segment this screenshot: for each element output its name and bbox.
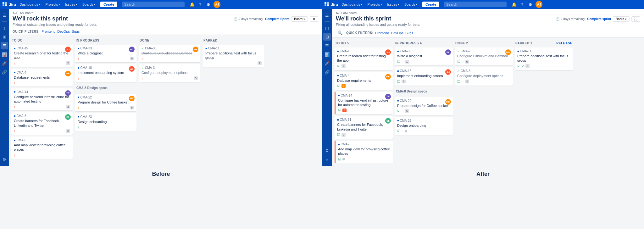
nav-boards[interactable]: Boards▾ [81, 2, 97, 7]
card-cma5[interactable]: ■ CMA-5 Add map view for browsing coffee… [11, 137, 73, 159]
card-id: ■ CMA-23 [397, 119, 450, 122]
card-title: Create research brief for testing the ap… [14, 51, 70, 60]
filter-devops[interactable]: DevOps [57, 30, 70, 33]
card-cma11-after[interactable]: ■ CMA-11 Prepare additional test with fo… [515, 47, 573, 70]
filter-frontend[interactable]: Frontend [42, 30, 55, 33]
sidebar-releases-icon-after[interactable]: 🚀 [323, 59, 331, 67]
sidebar-roadmap-icon[interactable]: ◫ [1, 24, 8, 32]
card-title: Implement onboarding system [78, 70, 134, 75]
card-cma14-after[interactable]: ■ CMA-14 Configure backend infrastructur… [335, 92, 393, 114]
notification-icon[interactable]: 🔔 [189, 1, 195, 8]
card-cma2-after[interactable]: ✓ CMA-2 Configure Bitbucket and Bamboo M… [455, 47, 513, 65]
sidebar-issues-icon[interactable]: 🔗 [1, 68, 8, 76]
nav-boards-after[interactable]: Boards▾ [403, 2, 419, 7]
search-input-after[interactable] [444, 2, 507, 7]
help-icon[interactable]: ? [197, 1, 203, 8]
create-button[interactable]: Create [100, 2, 117, 7]
board-view-btn[interactable]: Board ▾ [291, 16, 308, 22]
card-cma11[interactable]: ■ CMA-11 Prepare additional test with fo… [203, 45, 264, 67]
nav-issues[interactable]: Issues▾ [64, 2, 79, 7]
search-input[interactable] [122, 2, 185, 7]
fullscreen-btn-after[interactable]: ⛶ [631, 16, 640, 22]
filter-frontend-after[interactable]: Frontend [375, 31, 389, 35]
settings-icon[interactable]: ⚙ [205, 1, 212, 8]
card-cma3-after[interactable]: ✓ CMA-3 Configure deployment options ☑ ○… [455, 67, 513, 85]
search-filter-btn[interactable]: 🔍 [336, 30, 344, 36]
settings-board-btn[interactable]: ⚙ [310, 16, 318, 22]
card-id: ■ CMA-23 [78, 115, 134, 119]
card-cma33-after[interactable]: ■ CMA-33 Write a blogpost PL ☑ ○ 1 [395, 47, 453, 65]
sidebar-reports-icon-after[interactable]: 📊 [323, 51, 331, 58]
sidebar-board-icon-after[interactable]: ⊞ [323, 33, 331, 41]
card-cma15-after[interactable]: ■ CMA-15 Create research brief for testi… [335, 47, 393, 70]
nav-projects-after[interactable]: Projects▾ [366, 2, 384, 7]
sidebar-roadmap-icon-after[interactable]: ◫ [323, 24, 331, 32]
filter-devops-after[interactable]: DevOps [391, 31, 403, 35]
card-title: Design onboarding [78, 120, 134, 124]
priority-icon: ↑ [142, 57, 143, 60]
after-panel: Jira Dashboards▾ Projects▾ Issues▾ Board… [322, 0, 644, 182]
card-cma22-after[interactable]: ■ CMA-22 Prepare design for Coffee baske… [395, 97, 453, 115]
column-todo-after: TO DO 5 ■ CMA-15 Create research brief f… [335, 40, 393, 163]
card-cma31-after[interactable]: ■ CMA-31 Create banners for Facebook, Li… [335, 116, 393, 139]
card-cma15[interactable]: ■ CMA-15 Create research brief for testi… [11, 45, 73, 67]
count-badge: 5 [465, 60, 469, 64]
column-cards-inprogress: ■ CMA-33 Write a blogpost ↑ 5 PL ■ CMA-1… [75, 45, 136, 163]
complete-sprint-btn-after[interactable]: Complete sprint [587, 17, 611, 21]
card-cma5-after[interactable]: ■ CMA-5 Add map view for browsing coffee… [335, 141, 393, 163]
help-icon-after[interactable]: ? [519, 1, 525, 8]
sidebar-settings-icon[interactable]: ⚙ [1, 156, 8, 163]
filter-bugs-after[interactable]: Bugs [405, 31, 413, 35]
card-meta: ☑ 8 [338, 108, 390, 112]
sidebar-menu-icon[interactable]: ☰ [1, 11, 8, 19]
layout-before: ☰ ◫ ⊞ ☰ 📊 🚀 🔗 ⚙ A-TEAM board We'll rock … [0, 9, 322, 166]
card-cma31[interactable]: ■ CMA-31 Create banners for Facebook, Li… [11, 112, 73, 135]
nav-dashboards-after[interactable]: Dashboards▾ [340, 2, 364, 7]
card-cma18[interactable]: ■ CMA-18 Implement onboarding system ↑ A… [75, 64, 136, 82]
sidebar-backlog-icon[interactable]: ☰ [1, 42, 8, 49]
avatar-after[interactable]: AJ [536, 1, 542, 8]
notification-icon-after[interactable]: 🔔 [511, 1, 517, 8]
card-cma23[interactable]: ■ CMA-23 Design onboarding ↓ [75, 113, 136, 131]
sidebar-reports-icon[interactable]: 📊 [1, 51, 8, 58]
check-icon: ☑ [457, 59, 460, 64]
before-label: Before [0, 166, 322, 182]
sidebar-issues-icon-after[interactable]: 🔗 [323, 68, 331, 76]
card-meta: ☑ ○ 2 [457, 80, 510, 84]
card-cma4-after[interactable]: ■ CMA-4 Datbase requirements MK ☑ 5 [335, 72, 393, 90]
nav-dashboards[interactable]: Dashboards▾ [18, 2, 42, 7]
card-cma22[interactable]: ■ CMA-22 Prepare design for Coffee baske… [75, 94, 136, 111]
card-cma23-after[interactable]: ■ CMA-23 Design onboarding ☑ ~ [395, 117, 453, 135]
avatar[interactable]: AJ [214, 1, 220, 8]
filter-bugs[interactable]: Bugs [72, 30, 80, 33]
card-cma4[interactable]: ■ CMA-4 Database requirements ↑ MK [11, 69, 73, 87]
settings-icon-after[interactable]: ⚙ [527, 1, 534, 8]
create-button-after[interactable]: Create [422, 2, 439, 7]
card-cma18-after[interactable]: ■ CMA-18 Implement onboarding screen AJ … [395, 67, 453, 85]
sidebar-settings-icon-after[interactable]: ⚙ [323, 147, 331, 154]
priority-icon: ↑ [78, 57, 80, 60]
card-cma33-done[interactable]: ✓ CMA-33 Configure Bitbucket and Bamboo … [139, 45, 200, 62]
column-cards-done-after: ✓ CMA-2 Configure Bitbucket and Bamboo M… [455, 47, 513, 163]
card-title: Configure deployment options [142, 70, 198, 75]
priority-icon: ↑ [78, 106, 80, 109]
complete-sprint-btn[interactable]: Complete Sprint [265, 17, 289, 21]
column-cards-parked-after: ■ CMA-11 Prepare additional test with fo… [515, 47, 573, 163]
board-subtitle: Fixing all outstanding issues and gettin… [13, 23, 318, 26]
sidebar-more-icon-after[interactable]: » [323, 156, 331, 163]
count-badge: 8 [342, 109, 347, 112]
card-cma3-done[interactable]: ✓ CMA-3 Configure deployment options ↑ 3 [139, 64, 200, 82]
nav-issues-after[interactable]: Issues▾ [386, 2, 401, 7]
card-meta: ☑ 2 [337, 64, 390, 68]
check-icon: ☑ [517, 64, 520, 68]
card-badge: 5 [130, 106, 134, 109]
sidebar-menu-icon-after[interactable]: ☰ [323, 11, 331, 19]
card-cma14[interactable]: ■ CMA-14 Configure backend infrastructur… [11, 88, 73, 111]
sidebar-releases-icon[interactable]: 🚀 [1, 59, 8, 67]
nav-projects[interactable]: Projects▾ [44, 2, 62, 7]
sidebar-backlog-icon-after[interactable]: ☰ [323, 42, 331, 49]
card-cma33[interactable]: ■ CMA-33 Write a blogpost ↑ 5 PL [75, 45, 136, 62]
sidebar-board-icon[interactable]: ⊞ [1, 33, 8, 41]
board-view-btn-after[interactable]: Board ▾ [613, 16, 630, 22]
release-link[interactable]: Release [556, 42, 572, 45]
